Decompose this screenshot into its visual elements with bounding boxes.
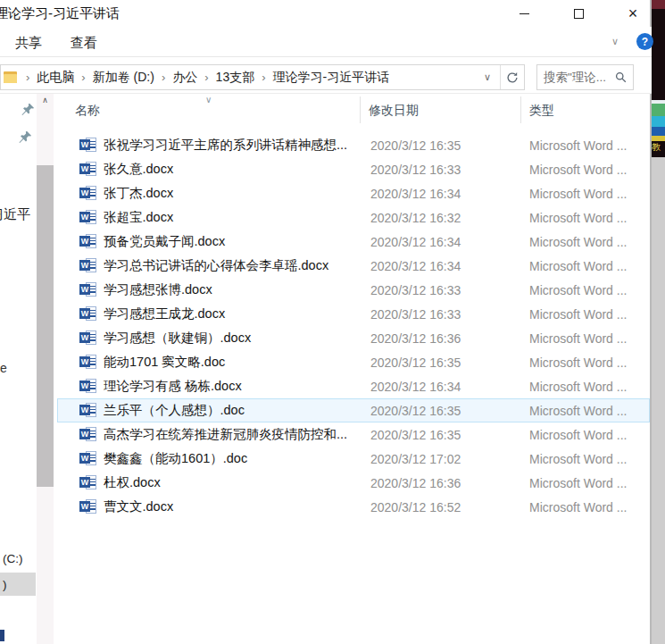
search-input[interactable]: 搜索"理论...: [536, 64, 634, 90]
file-type: Microsoft Word ...: [529, 355, 627, 370]
file-row[interactable]: W 曹文文.docx 2020/3/12 16:52 Microsoft Wor…: [57, 495, 650, 519]
file-row[interactable]: W 学习感想王成龙.docx 2020/3/12 16:33 Microsoft…: [57, 302, 650, 326]
file-name: 学习感想张博.docx: [104, 281, 212, 298]
file-date-modified: 2020/3/12 16:35: [370, 428, 461, 442]
search-placeholder: 搜索"理论...: [544, 70, 615, 86]
breadcrumb: › 此电脑 › 新加卷 (D:) › 办公 › 13支部 › 理论学习-习近平讲…: [19, 70, 389, 86]
file-name: 学习总书记讲话的心得体会李卓瑶.docx: [104, 257, 328, 274]
file-name: 樊鑫鑫（能动1601）.doc: [104, 450, 247, 467]
file-date-modified: 2020/3/12 16:35: [370, 404, 461, 418]
breadcrumb-item[interactable]: 理论学习-习近平讲话: [273, 70, 390, 86]
ribbon-collapse-icon[interactable]: ∨: [611, 36, 619, 47]
file-name: 杜权.docx: [104, 474, 161, 491]
search-icon: [615, 71, 627, 83]
file-row[interactable]: W 兰乐平（个人感想）.doc 2020/3/12 16:35 Microsof…: [57, 398, 650, 422]
file-type: Microsoft Word ...: [529, 235, 627, 249]
nav-item-highlighted[interactable]: ): [0, 573, 36, 596]
file-date-modified: 2020/3/12 16:36: [370, 476, 461, 490]
minimize-button[interactable]: [503, 0, 544, 27]
file-row[interactable]: W 学习感想（耿建铜）.docx 2020/3/12 16:36 Microso…: [57, 326, 650, 350]
close-button[interactable]: ×: [612, 0, 653, 27]
word-file-icon: W: [79, 475, 97, 490]
file-row[interactable]: W 张超宝.docx 2020/3/12 16:32 Microsoft Wor…: [57, 205, 650, 230]
file-name: 学习感想（耿建铜）.docx: [104, 330, 251, 347]
tab-share[interactable]: 共享: [15, 35, 42, 52]
file-date-modified: 2020/3/12 16:34: [370, 259, 461, 273]
word-file-icon: W: [79, 138, 97, 153]
word-file-icon: W: [79, 234, 97, 249]
breadcrumb-item[interactable]: 办公: [172, 70, 197, 86]
column-header-type[interactable]: 类型: [529, 103, 554, 119]
file-row[interactable]: W 张久意.docx 2020/3/12 16:33 Microsoft Wor…: [57, 157, 650, 181]
maximize-button[interactable]: [558, 0, 599, 27]
nav-scrollbar[interactable]: ∧: [37, 94, 54, 644]
column-divider[interactable]: [520, 96, 521, 123]
breadcrumb-separator-icon: ›: [74, 71, 92, 84]
file-list: W 张祝学习习近平主席的系列讲话精神感想... 2020/3/12 16:35 …: [57, 133, 650, 519]
word-file-icon: W: [79, 403, 97, 418]
file-name: 张超宝.docx: [104, 209, 173, 226]
explorer-window: 理论学习-习近平讲话 × 共享 查看 ∨ ? › 此电脑 › 新加卷 (D:) …: [0, 0, 652, 644]
nav-item-label[interactable]: 习近平: [0, 206, 30, 223]
breadcrumb-separator-icon: ›: [254, 71, 272, 84]
word-file-icon: W: [79, 379, 97, 394]
column-divider[interactable]: [360, 96, 361, 123]
file-row[interactable]: W 学习感想张博.docx 2020/3/12 16:33 Microsoft …: [57, 278, 650, 302]
desktop-shortcut-icon[interactable]: [652, 100, 665, 141]
scrollbar-thumb[interactable]: [37, 165, 54, 487]
file-row[interactable]: W 杜权.docx 2020/3/12 16:36 Microsoft Word…: [57, 471, 650, 495]
file-date-modified: 2020/3/12 16:36: [370, 331, 461, 346]
column-header-date[interactable]: 修改日期: [369, 103, 419, 119]
file-row[interactable]: W 张丁杰.docx 2020/3/12 16:34 Microsoft Wor…: [57, 181, 650, 205]
address-dropdown-icon[interactable]: ∨: [475, 71, 500, 83]
file-date-modified: 2020/3/12 16:33: [370, 163, 461, 177]
nav-item-icon: [0, 630, 4, 641]
word-file-icon: W: [79, 210, 97, 225]
file-type: Microsoft Word ...: [529, 428, 627, 442]
file-name: 曹文文.docx: [104, 498, 173, 515]
scroll-up-icon[interactable]: ∧: [37, 96, 54, 105]
word-file-icon: W: [79, 451, 97, 466]
file-row[interactable]: W 高杰学习在统筹推进新冠肺炎疫情防控和... 2020/3/12 16:35 …: [57, 422, 650, 447]
desktop-shortcut-label: 教: [652, 141, 665, 154]
column-sort-dropdown-icon[interactable]: ∨: [205, 95, 212, 105]
pin-icon[interactable]: [21, 103, 35, 116]
breadcrumb-item[interactable]: 新加卷 (D:): [93, 70, 154, 86]
file-name: 学习感想王成龙.docx: [104, 305, 225, 322]
file-date-modified: 2020/3/12 17:02: [370, 452, 461, 466]
file-date-modified: 2020/3/12 16:32: [370, 211, 461, 225]
refresh-icon: [506, 71, 519, 84]
file-name: 高杰学习在统筹推进新冠肺炎疫情防控和...: [104, 426, 347, 443]
word-file-icon: W: [79, 499, 97, 514]
file-date-modified: 2020/3/12 16:34: [370, 187, 461, 201]
file-type: Microsoft Word ...: [529, 476, 627, 490]
file-date-modified: 2020/3/12 16:35: [370, 138, 461, 153]
desktop-background: 教: [650, 0, 665, 644]
nav-item-label[interactable]: (C:): [3, 552, 23, 565]
breadcrumb-item[interactable]: 13支部: [216, 70, 255, 86]
breadcrumb-separator-icon: ›: [19, 71, 37, 84]
file-row[interactable]: W 预备党员戴子闻.docx 2020/3/12 16:34 Microsoft…: [57, 230, 650, 254]
refresh-button[interactable]: [501, 65, 524, 89]
file-row[interactable]: W 理论学习有感 杨栋.docx 2020/3/12 16:34 Microso…: [57, 374, 650, 398]
pin-icon[interactable]: [19, 130, 32, 144]
nav-item-label[interactable]: e: [0, 361, 7, 375]
file-row[interactable]: W 樊鑫鑫（能动1601）.doc 2020/3/12 17:02 Micros…: [57, 447, 650, 471]
column-header-name[interactable]: 名称: [75, 103, 100, 119]
word-file-icon: W: [79, 282, 97, 297]
tab-view[interactable]: 查看: [71, 35, 97, 52]
breadcrumb-item[interactable]: 此电脑: [37, 70, 74, 86]
file-date-modified: 2020/3/12 16:35: [370, 355, 461, 370]
file-type: Microsoft Word ...: [529, 163, 627, 177]
file-name: 张丁杰.docx: [104, 185, 173, 202]
file-type: Microsoft Word ...: [529, 331, 627, 346]
address-bar[interactable]: › 此电脑 › 新加卷 (D:) › 办公 › 13支部 › 理论学习-习近平讲…: [0, 64, 525, 90]
file-row[interactable]: W 能动1701 窦文略.doc 2020/3/12 16:35 Microso…: [57, 350, 650, 374]
file-row[interactable]: W 张祝学习习近平主席的系列讲话精神感想... 2020/3/12 16:35 …: [57, 133, 650, 157]
word-file-icon: W: [79, 162, 97, 177]
help-button[interactable]: ?: [636, 33, 653, 50]
file-date-modified: 2020/3/12 16:34: [370, 380, 461, 394]
file-date-modified: 2020/3/12 16:34: [370, 235, 461, 249]
file-row[interactable]: W 学习总书记讲话的心得体会李卓瑶.docx 2020/3/12 16:34 M…: [57, 254, 650, 278]
file-name: 能动1701 窦文略.doc: [104, 354, 225, 371]
